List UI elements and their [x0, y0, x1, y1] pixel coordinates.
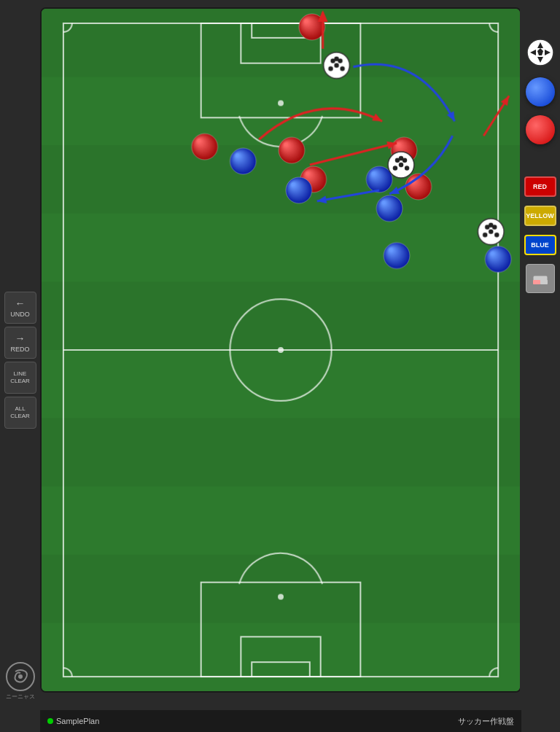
all-clear-button[interactable]: ALLCLEAR: [4, 397, 36, 429]
svg-rect-8: [540, 280, 548, 284]
blue-player-token[interactable]: [526, 77, 555, 106]
svg-rect-7: [533, 280, 540, 284]
logo-icon: [6, 662, 35, 691]
field-canvas[interactable]: [42, 9, 520, 691]
ball-token[interactable]: [524, 36, 556, 69]
logo-text: ニーニャス: [6, 693, 35, 701]
bottom-bar: SamplePlan サッカー作戦盤: [40, 710, 521, 732]
plan-label: SamplePlan: [47, 717, 99, 725]
status-dot: [47, 718, 53, 724]
line-clear-button[interactable]: LINECLEAR: [4, 362, 36, 394]
logo-area: ニーニャス: [0, 652, 40, 710]
right-toolbar: RED YELLOW BLUE: [520, 0, 560, 732]
blue-card-button[interactable]: BLUE: [524, 235, 556, 255]
left-toolbar: ← UNDO → REDO LINECLEAR ALLCLEAR: [0, 0, 40, 732]
redo-button[interactable]: → REDO: [4, 327, 36, 359]
soccer-field[interactable]: [40, 7, 521, 693]
app-title-label: サッカー作戦盤: [458, 716, 514, 727]
red-player-token[interactable]: [526, 115, 555, 144]
svg-point-9: [18, 674, 23, 679]
undo-button[interactable]: ← UNDO: [4, 292, 36, 324]
yellow-card-button[interactable]: YELLOW: [524, 206, 556, 226]
red-card-button[interactable]: RED: [524, 176, 556, 197]
main-container: ← UNDO → REDO LINECLEAR ALLCLEAR: [0, 0, 560, 732]
eraser-button[interactable]: [526, 264, 555, 293]
